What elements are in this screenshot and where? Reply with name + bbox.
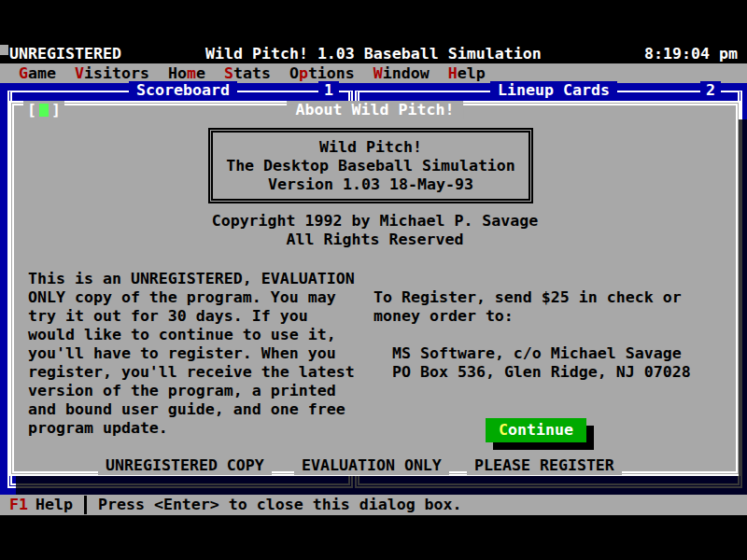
evaluation-notice-text: This is an UNREGISTERED, EVALUATION ONLY… xyxy=(28,270,355,438)
registration-status: UNREGISTERED xyxy=(9,45,121,63)
about-program-name: Wild Pitch! xyxy=(319,138,422,157)
menu-bar: Game Visitors Home Stats Options Window … xyxy=(0,63,747,83)
menu-item-window[interactable]: Window xyxy=(374,64,430,83)
status-message: Press <Enter> to close this dialog box. xyxy=(98,496,462,514)
app-title: Wild Pitch! 1.03 Baseball Simulation xyxy=(205,45,542,63)
menu-item-home[interactable]: Home xyxy=(168,64,205,83)
menu-item-game[interactable]: Game xyxy=(19,64,56,83)
dialog-title: About Wild Pitch! xyxy=(287,101,464,119)
close-button[interactable]: [] xyxy=(23,101,64,119)
window-scoreboard-title: Scoreboard xyxy=(129,81,237,100)
about-program-subtitle: The Desktop Baseball Simulation xyxy=(226,157,515,175)
dos-screen: UNREGISTERED Wild Pitch! 1.03 Baseball S… xyxy=(0,0,747,560)
app-title-bar: UNREGISTERED Wild Pitch! 1.03 Baseball S… xyxy=(0,45,747,63)
dialog-shadow-bottom xyxy=(16,476,747,495)
about-program-version: Version 1.03 18-May-93 xyxy=(268,175,473,194)
copyright-line1: Copyright 1992 by Michael P. Savage xyxy=(212,212,539,230)
menu-item-options[interactable]: Options xyxy=(289,64,355,83)
footer-please-register: PLEASE REGISTER xyxy=(467,456,622,475)
dialog-shadow-right xyxy=(739,119,747,476)
status-separator xyxy=(84,496,87,514)
footer-evaluation-only: EVALUATION ONLY xyxy=(294,456,449,475)
menu-item-visitors[interactable]: Visitors xyxy=(75,64,149,83)
footer-unregistered-copy: UNREGISTERED COPY xyxy=(98,456,272,475)
clock: 8:19:04 pm xyxy=(644,45,738,63)
f1-help-label[interactable]: Help xyxy=(35,496,73,514)
menu-item-help[interactable]: Help xyxy=(448,64,486,83)
close-icon xyxy=(39,104,49,117)
copyright-block: Copyright 1992 by Michael P. Savage All … xyxy=(14,212,736,249)
about-dialog: About Wild Pitch! [] Wild Pitch! The Des… xyxy=(9,101,740,476)
status-bar: F1 Help Press <Enter> to close this dial… xyxy=(0,495,747,515)
copyright-line2: All Rights Reserved xyxy=(287,231,464,248)
window-lineup-cards-title: Lineup Cards xyxy=(490,81,617,100)
menu-item-stats[interactable]: Stats xyxy=(224,64,271,83)
window-lineup-cards-number: 2 xyxy=(700,81,721,100)
about-info-box: Wild Pitch! The Desktop Baseball Simulat… xyxy=(208,128,533,203)
register-address: MS Software, c/o Michael Savage PO Box 5… xyxy=(392,344,691,382)
continue-button[interactable]: Continue xyxy=(486,418,586,442)
register-instructions: To Register, send $25 in check or money … xyxy=(374,288,682,326)
window-scoreboard-number: 1 xyxy=(318,81,339,100)
corner-block xyxy=(0,45,8,55)
f1-help-key[interactable]: F1 xyxy=(9,496,28,514)
